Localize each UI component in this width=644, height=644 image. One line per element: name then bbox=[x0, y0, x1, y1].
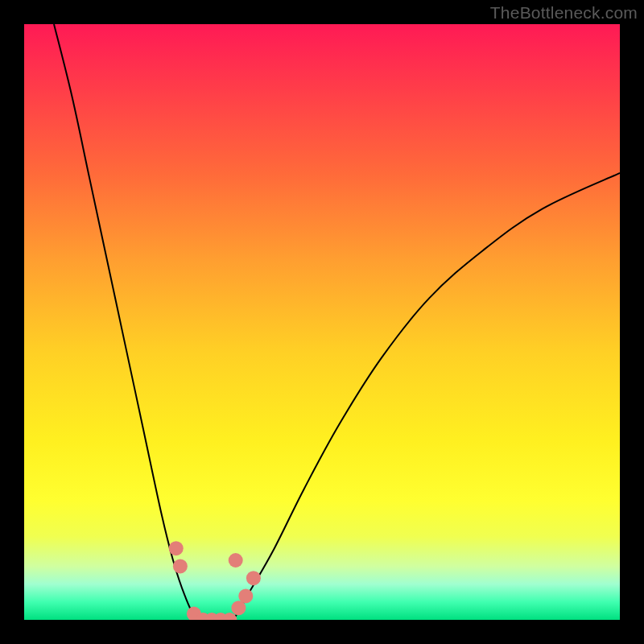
chart-frame: TheBottleneck.com bbox=[0, 0, 644, 644]
curve-layer bbox=[54, 24, 620, 620]
chart-plot-area bbox=[24, 24, 620, 620]
bottleneck-curve bbox=[54, 24, 620, 620]
marker-layer bbox=[169, 541, 261, 620]
watermark-text: TheBottleneck.com bbox=[490, 3, 638, 23]
marker-dot bbox=[173, 559, 188, 573]
chart-svg bbox=[24, 24, 620, 620]
marker-dot bbox=[246, 571, 261, 585]
marker-dot bbox=[238, 588, 253, 603]
marker-dot bbox=[169, 541, 184, 555]
marker-dot bbox=[229, 553, 243, 568]
